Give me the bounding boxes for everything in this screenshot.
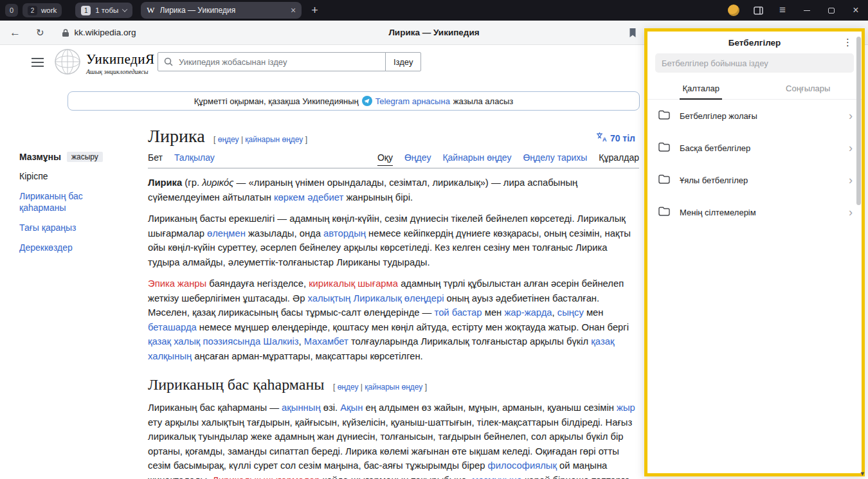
wiki-link[interactable]: Ақын <box>340 402 363 413</box>
translate-icon: A <box>596 132 607 144</box>
text-run: баяндауға негізделсе, <box>206 278 309 289</box>
wikipedia-wordmark[interactable]: УикипедиЯ Ашық энциклопедиясы <box>86 51 154 75</box>
wiki-link[interactable]: сыңсу <box>557 307 584 318</box>
tab-recent[interactable]: Соңғылары <box>755 80 862 99</box>
bookmark-folder-my-links[interactable]: Менің сілтемелерім › <box>647 196 862 228</box>
menu-icon[interactable]: ≡ <box>770 0 795 21</box>
banner-text-after: жазыла аласыз <box>453 96 513 106</box>
panel-scrollbar[interactable] <box>856 37 861 448</box>
side-panels-icon[interactable] <box>746 0 770 21</box>
wiki-link[interactable]: өңдеу <box>338 383 359 392</box>
folder-icon <box>658 206 671 219</box>
maximize-button[interactable] <box>819 0 844 21</box>
workspace-work[interactable]: 2 work <box>23 3 62 17</box>
text-run: λυρικός <box>202 177 233 188</box>
toc-item-see-also[interactable]: Тағы қараңыз <box>19 222 116 233</box>
language-selector[interactable]: A 70 тіл <box>596 132 635 144</box>
bookmark-folder-other[interactable]: Басқа бетбелгілер › <box>647 132 862 164</box>
tab-folders-label: Қалталар <box>683 84 719 93</box>
bookmark-flag-icon[interactable] <box>629 28 637 41</box>
wordmark-text: УикипедиЯ <box>86 51 154 68</box>
wiki-link[interactable]: қазақ халық поэзиясында <box>148 336 260 347</box>
paragraph-1: Лирика (гр. λυρικός — «лираның үнімен ор… <box>148 176 639 204</box>
tab-read[interactable]: Оқу <box>377 152 393 163</box>
section-heading: Лириканың бас қаһарманы <box>148 376 325 393</box>
wiki-link[interactable]: жыр <box>617 402 635 413</box>
wiki-link[interactable]: жар-жарда <box>504 307 552 318</box>
telegram-link[interactable]: Telegram арнасына <box>375 96 450 106</box>
search-button[interactable]: Іздеу <box>385 52 421 71</box>
workspace-count: 2 <box>28 6 37 15</box>
minimize-button[interactable] <box>795 0 819 21</box>
tab-edit[interactable]: Өңдеу <box>404 152 431 163</box>
wiki-link[interactable]: халықтың <box>308 293 351 303</box>
text-run: , <box>299 336 304 347</box>
folder-label: Менің сілтемелерім <box>680 208 840 217</box>
tab-folders[interactable]: Қалталар <box>647 80 755 99</box>
tab-strip: 0 2 work 1 1 тобы W Лирика — Уикипедия ×… <box>0 2 318 19</box>
scrollbar-down-arrow[interactable]: ▾ <box>860 469 864 478</box>
profile-icon[interactable] <box>721 0 746 21</box>
wiki-link[interactable]: кирикалық шығарма <box>309 278 398 289</box>
workspace-zero-badge[interactable]: 0 <box>5 4 18 17</box>
text-run: ] <box>303 135 307 144</box>
text-run: кейде шығарманың тақырыбына, <box>320 475 472 479</box>
toc-item-hero[interactable]: Лириканың бас қаһарманы <box>19 190 116 213</box>
wiki-link[interactable]: қайнарын өңдеу <box>245 135 303 144</box>
toc-item-sources[interactable]: Дереккөздер <box>19 242 116 253</box>
tab-page[interactable]: Бет <box>148 152 163 163</box>
wiki-link[interactable]: көркем әдебиет <box>274 192 343 203</box>
tab-group-count: 1 <box>81 6 91 15</box>
lock-icon[interactable] <box>62 28 69 37</box>
tab-close-icon[interactable]: × <box>291 6 296 15</box>
toc-item-intro[interactable]: Кіріспе <box>19 170 139 182</box>
table-of-contents: Мазмұны жасыру Кіріспе Лириканың бас қаһ… <box>19 152 139 253</box>
text-run: Лириканың бас қаһарманы — <box>148 402 282 413</box>
tab-history[interactable]: Өңделу тарихы <box>523 152 587 163</box>
bookmarks-search-input[interactable] <box>655 53 854 73</box>
tab-edit-source[interactable]: Қайнарын өңдеу <box>442 152 511 163</box>
tab-group[interactable]: 1 1 тобы <box>75 3 132 18</box>
back-icon[interactable]: ← <box>10 26 21 39</box>
wiki-link[interactable]: Махамбет <box>304 336 348 347</box>
search-input[interactable] <box>158 52 386 71</box>
wiki-link[interactable]: Лирикалық шығармалар <box>212 475 320 479</box>
workspace-label: work <box>41 6 57 14</box>
close-button[interactable]: × <box>844 0 868 21</box>
wiki-link[interactable]: той бастар <box>435 307 482 318</box>
text-run: Лирика <box>148 177 182 188</box>
wiki-link[interactable]: өңдеу <box>218 135 239 144</box>
tab-talk[interactable]: Талқылау <box>174 152 215 163</box>
text-run: (гр. <box>182 177 202 188</box>
wiki-link[interactable]: Эпика жанры <box>148 278 206 289</box>
wiki-link[interactable]: ақынның <box>282 402 321 413</box>
wiki-link[interactable]: беташарда <box>148 322 197 332</box>
scrollbar-thumb[interactable] <box>856 37 861 205</box>
wiki-link[interactable]: автордың <box>323 228 366 239</box>
kebab-menu-icon[interactable]: ⋮ <box>843 37 853 48</box>
reload-icon[interactable]: ↻ <box>36 27 44 39</box>
folder-label: Ұялы бетбелгілер <box>680 176 840 185</box>
text-run: өзі. <box>321 402 341 413</box>
wiki-link[interactable]: Шалкиіз <box>263 336 298 347</box>
text-run: аңсаған арман-мұраттары, мақсаттары көрс… <box>192 351 423 361</box>
tab-tools[interactable]: Құралдар <box>599 152 639 163</box>
toc-hide-button[interactable]: жасыру <box>67 152 103 162</box>
titlebar-controls: ≡ × <box>721 0 868 21</box>
bookmark-folder-mobile[interactable]: Ұялы бетбелгілер › <box>647 164 862 196</box>
new-tab-button[interactable]: + <box>311 4 318 17</box>
article-title: Лирика <box>148 126 205 146</box>
wikipedia-logo[interactable] <box>54 48 81 78</box>
page-tabs: Бет Талқылау Оқу Өңдеу Қайнарын өңдеу Өң… <box>148 152 639 168</box>
toc-title: Мазмұны <box>19 152 61 162</box>
url-text[interactable]: kk.wikipedia.org <box>75 28 136 37</box>
wiki-link[interactable]: философиялық <box>488 460 557 471</box>
browser-tab-active[interactable]: W Лирика — Уикипедия × <box>141 2 302 19</box>
bookmark-folder-bar[interactable]: Бетбелгілер жолағы › <box>647 100 862 132</box>
hamburger-menu-icon[interactable] <box>32 58 44 69</box>
wiki-link[interactable]: мазмұнына <box>472 475 522 479</box>
wiki-link[interactable]: қайнарын өңдеу <box>365 383 422 392</box>
wiki-link[interactable]: өлеңмен <box>207 228 246 239</box>
text-run: жазылады, онда <box>246 228 323 239</box>
wiki-link[interactable]: Лирикалық өлеңдері <box>353 293 444 303</box>
